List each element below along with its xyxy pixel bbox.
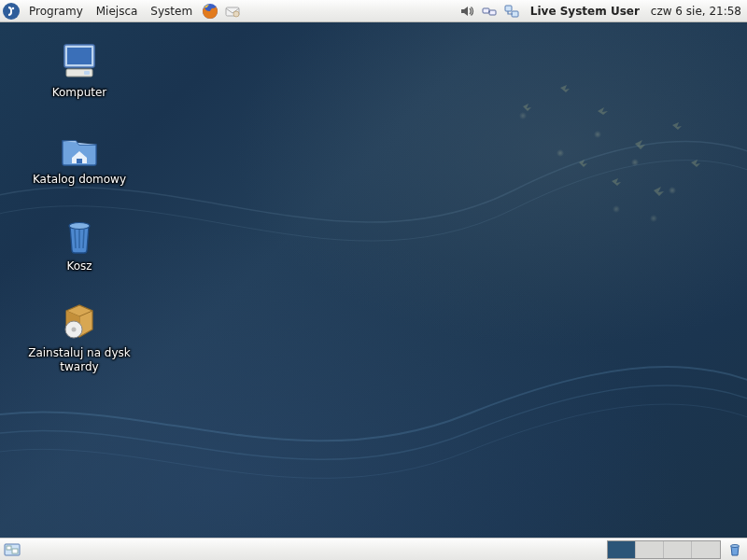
- desktop-icon-label: Komputer: [52, 86, 107, 100]
- workspace-1[interactable]: [608, 541, 636, 558]
- svg-rect-21: [7, 546, 11, 550]
- user-menu[interactable]: Live System User: [523, 5, 647, 18]
- svg-rect-10: [67, 48, 92, 64]
- svg-rect-8: [512, 11, 518, 17]
- svg-rect-22: [12, 549, 18, 553]
- clock[interactable]: czw 6 sie, 21:58: [647, 5, 747, 18]
- workspace-4[interactable]: [692, 541, 720, 558]
- show-desktop-button[interactable]: [2, 539, 22, 560]
- desktop-icon-home[interactable]: Katalog domowy: [9, 126, 149, 187]
- workspace-switcher[interactable]: [607, 540, 721, 559]
- desktop-icon-label: Kosz: [66, 259, 92, 273]
- workspace-3[interactable]: [664, 541, 692, 558]
- desktop-icon-install[interactable]: Zainstaluj na dysk twardy: [9, 300, 149, 374]
- svg-rect-6: [489, 10, 496, 15]
- top-panel: Programy Miejsca System: [0, 0, 747, 22]
- distro-logo-icon[interactable]: [1, 1, 21, 21]
- bottom-panel: [0, 538, 747, 560]
- svg-rect-13: [77, 159, 82, 163]
- network-status-icon[interactable]: [479, 1, 500, 21]
- workspace-2[interactable]: [636, 541, 664, 558]
- svg-rect-12: [84, 71, 90, 75]
- firefox-launcher-icon[interactable]: [200, 1, 220, 21]
- svg-point-14: [69, 223, 90, 230]
- desktop-icon-label: Katalog domowy: [33, 173, 126, 187]
- install-icon: [57, 300, 102, 344]
- volume-icon[interactable]: [457, 1, 477, 21]
- desktop[interactable]: Komputer Katalog domowy: [0, 22, 747, 538]
- mail-launcher-icon[interactable]: [222, 1, 243, 21]
- home-folder-icon: [57, 126, 102, 171]
- desktop-icon-trash[interactable]: Kosz: [9, 213, 149, 273]
- svg-rect-7: [505, 6, 512, 11]
- desktop-icon-label: Zainstaluj na dysk twardy: [19, 346, 140, 374]
- trash-icon: [57, 213, 102, 258]
- svg-point-19: [72, 328, 77, 332]
- desktop-icons-area: Komputer Katalog domowy: [9, 39, 149, 374]
- menu-programs[interactable]: Programy: [22, 0, 90, 21]
- desktop-icon-computer[interactable]: Komputer: [9, 39, 149, 100]
- menu-places[interactable]: Miejsca: [90, 0, 145, 21]
- svg-point-1: [12, 7, 14, 8]
- svg-point-23: [731, 544, 740, 547]
- svg-line-15: [75, 230, 76, 248]
- computer-icon: [57, 39, 102, 84]
- svg-rect-5: [483, 8, 489, 13]
- menu-system[interactable]: System: [144, 0, 199, 21]
- network-applet-icon[interactable]: [501, 1, 522, 21]
- svg-point-4: [233, 11, 239, 17]
- svg-line-17: [83, 230, 84, 248]
- panel-trash-icon[interactable]: [725, 539, 745, 560]
